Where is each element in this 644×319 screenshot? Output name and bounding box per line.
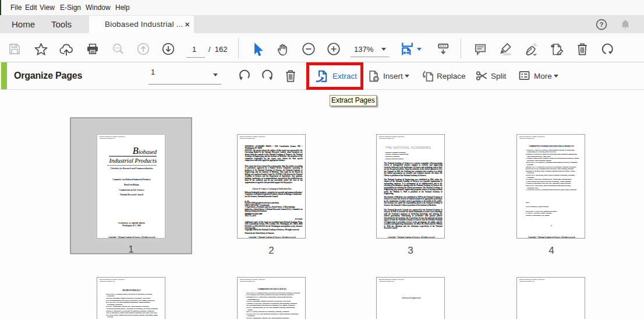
svg-text:?: ?: [600, 21, 604, 28]
